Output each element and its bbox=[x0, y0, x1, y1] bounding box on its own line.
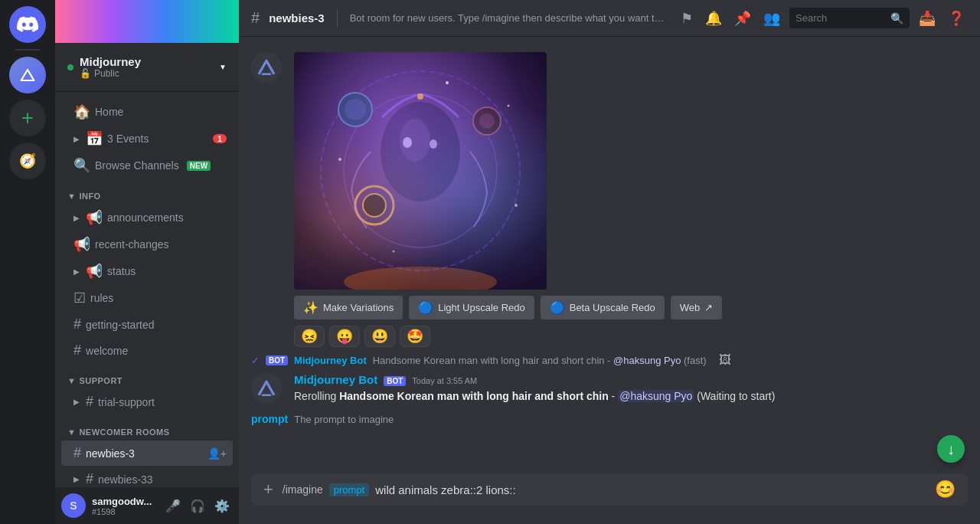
events-item[interactable]: ▶ 📅 3 Events 1 bbox=[61, 126, 233, 152]
light-upscale-icon: 🔵 bbox=[418, 300, 433, 315]
svg-point-6 bbox=[400, 119, 430, 162]
svg-point-3 bbox=[344, 94, 497, 247]
chat-input-area: + /imagine prompt 😊 bbox=[239, 473, 980, 524]
server-separator bbox=[15, 49, 40, 51]
svg-rect-1 bbox=[294, 52, 547, 290]
slash-command-label: /imagine bbox=[283, 483, 323, 496]
reaction-starstruck[interactable]: 🤩 bbox=[400, 326, 430, 347]
channel-newbies-3[interactable]: # newbies-3 👤+ bbox=[61, 440, 233, 466]
browse-channels-item[interactable]: 🔍 Browse Channels NEW bbox=[61, 152, 233, 178]
pin-icon[interactable]: 📌 bbox=[731, 7, 754, 30]
events-icon: 📅 bbox=[86, 130, 103, 147]
bot-avatar-1 bbox=[251, 52, 282, 83]
settings-button[interactable]: ⚙️ bbox=[211, 496, 233, 516]
message-meta-row: ✓ BOT Midjourney Bot Handsome Korean man… bbox=[239, 350, 980, 370]
beta-upscale-icon: 🔵 bbox=[550, 300, 565, 315]
channel-getting-started[interactable]: # getting-started bbox=[61, 312, 233, 337]
headphone-button[interactable]: 🎧 bbox=[187, 496, 208, 516]
external-link-icon: ↗ bbox=[704, 302, 713, 313]
svg-point-16 bbox=[508, 105, 510, 107]
events-expand-arrow: ▶ bbox=[74, 135, 80, 143]
svg-point-10 bbox=[345, 99, 366, 120]
channel-welcome[interactable]: # welcome bbox=[61, 338, 233, 363]
svg-point-20 bbox=[344, 267, 497, 290]
inline-author: Midjourney Bot bbox=[294, 355, 367, 366]
lock-icon: 🔓 bbox=[80, 68, 91, 79]
home-item[interactable]: 🏠 Home bbox=[61, 99, 233, 125]
bot-badge-2: BOT bbox=[384, 376, 406, 386]
light-upscale-redo-button[interactable]: 🔵 Light Upscale Redo bbox=[409, 296, 534, 319]
newbies-3-icon: # bbox=[74, 445, 81, 461]
microphone-button[interactable]: 🎤 bbox=[162, 496, 184, 516]
expand-status: ▶ bbox=[74, 267, 80, 276]
expand-announcements: ▶ bbox=[74, 214, 80, 222]
prompt-tooltip: prompt The prompt to imagine bbox=[239, 407, 980, 431]
recent-changes-icon: 📢 bbox=[74, 236, 90, 253]
reaction-grimace[interactable]: 😖 bbox=[294, 326, 325, 347]
add-attachment-button[interactable]: + bbox=[260, 473, 276, 506]
channel-newbies-33[interactable]: ▶ # newbies-33 bbox=[61, 467, 233, 487]
reaction-tongue[interactable]: 😛 bbox=[329, 326, 360, 347]
web-button[interactable]: Web ↗ bbox=[671, 296, 723, 319]
server-name: Midjourney bbox=[80, 55, 141, 68]
verified-icon: ✓ bbox=[251, 355, 260, 366]
expand-trial-support: ▶ bbox=[74, 398, 80, 406]
message-content-1: ✨ Make Variations 🔵 Light Upscale Redo 🔵… bbox=[294, 52, 968, 347]
channel-recent-changes[interactable]: 📢 recent-changes bbox=[61, 231, 233, 257]
svg-point-2 bbox=[321, 71, 520, 270]
category-arrow-info: ▼ bbox=[67, 192, 76, 201]
explore-servers-button[interactable]: 🧭 bbox=[9, 142, 46, 179]
search-icon: 🔍 bbox=[890, 12, 903, 25]
inline-message-text: Handsome Korean man with long hair and s… bbox=[373, 355, 707, 366]
category-info[interactable]: ▼ INFO bbox=[55, 179, 239, 204]
search-input[interactable] bbox=[795, 8, 887, 28]
server-icon-midjourney[interactable] bbox=[9, 57, 46, 93]
inbox-icon[interactable]: 📥 bbox=[916, 7, 939, 30]
notification-icon[interactable]: 🔔 bbox=[702, 7, 725, 30]
browse-icon: 🔍 bbox=[74, 157, 90, 174]
user-controls: 🎤 🎧 ⚙️ bbox=[162, 496, 233, 516]
user-avatar-text: S bbox=[70, 499, 77, 512]
svg-point-17 bbox=[446, 81, 449, 84]
beta-upscale-redo-button[interactable]: 🔵 Beta Upscale Redo bbox=[541, 296, 665, 319]
thread-icon[interactable]: ⚑ bbox=[678, 7, 696, 30]
svg-point-12 bbox=[479, 113, 495, 129]
members-icon[interactable]: 👥 bbox=[760, 7, 783, 30]
message-content-2: Midjourney Bot BOT Today at 3:55 AM Rero… bbox=[294, 373, 968, 404]
user-tag: #1598 bbox=[92, 507, 156, 516]
emoji-button[interactable]: 😊 bbox=[932, 473, 959, 506]
browse-channels-badge: NEW bbox=[187, 161, 211, 171]
user-info: samgoodw... #1598 bbox=[92, 496, 156, 516]
category-support[interactable]: ▼ SUPPORT bbox=[55, 364, 239, 388]
reaction-grin[interactable]: 😃 bbox=[364, 326, 395, 347]
server-header[interactable]: Midjourney 🔓 Public ▼ bbox=[55, 43, 239, 92]
help-icon[interactable]: ❓ bbox=[945, 7, 968, 30]
svg-point-8 bbox=[430, 139, 437, 149]
channel-rules[interactable]: ☑ rules bbox=[61, 285, 233, 311]
channel-announcements[interactable]: ▶ 📢 announcements bbox=[61, 205, 233, 231]
make-variations-button[interactable]: ✨ Make Variations bbox=[294, 296, 403, 319]
chat-input-field[interactable] bbox=[375, 475, 926, 505]
channel-list: 🏠 Home ▶ 📅 3 Events 1 🔍 Browse Channels … bbox=[55, 92, 239, 487]
discord-home-button[interactable] bbox=[9, 6, 46, 43]
channel-topic: Bot room for new users. Type /imagine th… bbox=[350, 12, 668, 24]
prompt-desc: The prompt to imagine bbox=[294, 414, 394, 425]
channel-trial-support[interactable]: ▶ # trial-support bbox=[61, 389, 233, 414]
channel-status[interactable]: ▶ 📢 status bbox=[61, 258, 233, 284]
search-bar[interactable]: 🔍 bbox=[789, 8, 910, 28]
image-attachment-icon[interactable]: 🖼 bbox=[719, 353, 731, 367]
add-server-button[interactable]: + bbox=[9, 100, 46, 136]
message-group-1: ✨ Make Variations 🔵 Light Upscale Redo 🔵… bbox=[239, 49, 980, 350]
category-newcomer-rooms[interactable]: ▼ NEWCOMER ROOMS bbox=[55, 415, 239, 440]
scroll-to-bottom-button[interactable]: ↓ bbox=[937, 435, 965, 463]
variations-icon: ✨ bbox=[303, 300, 318, 315]
message-text-2: Rerolling Handsome Korean man with long … bbox=[294, 389, 968, 404]
message-header-2: Midjourney Bot BOT Today at 3:55 AM bbox=[294, 373, 968, 386]
command-param-label: prompt bbox=[329, 483, 369, 496]
server-menu-chevron: ▼ bbox=[219, 63, 227, 71]
svg-point-4 bbox=[351, 75, 489, 244]
svg-point-5 bbox=[381, 102, 460, 201]
prompt-label: prompt bbox=[251, 413, 288, 425]
header-actions: ⚑ 🔔 📌 👥 🔍 📥 ❓ bbox=[678, 7, 968, 30]
add-member-icon[interactable]: 👤+ bbox=[207, 447, 227, 460]
